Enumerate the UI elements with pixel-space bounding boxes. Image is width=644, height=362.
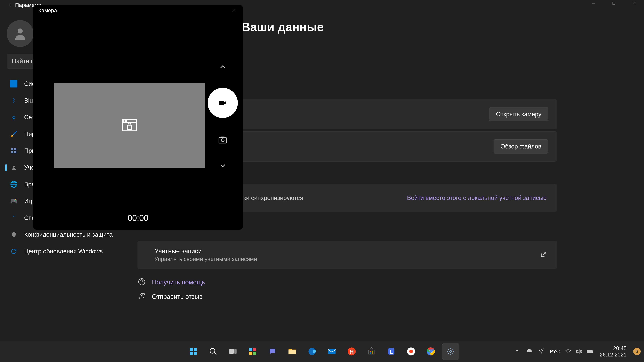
taskbar-apps: Я L (185, 343, 459, 360)
svg-rect-7 (11, 151, 13, 153)
sidebar-item-label: Центр обновления Windows (24, 248, 103, 255)
camera-preview (54, 83, 205, 168)
avatar[interactable] (7, 20, 34, 47)
svg-point-23 (221, 139, 224, 142)
photo-mode-button[interactable] (218, 135, 228, 145)
browse-files-button[interactable]: Обзор файлов (494, 139, 548, 153)
open-camera-button[interactable]: Открыть камеру (489, 107, 548, 121)
lock-screen-icon (121, 117, 138, 134)
minimize-button[interactable] (584, 0, 604, 7)
lingualeo-button[interactable]: L (383, 343, 400, 360)
yandex-browser-button[interactable] (403, 343, 420, 360)
task-view-button[interactable] (224, 343, 241, 360)
globe-icon: 🌐 (10, 181, 18, 188)
close-button[interactable] (624, 0, 644, 7)
svg-rect-8 (14, 151, 16, 153)
svg-rect-40 (370, 351, 371, 352)
svg-rect-31 (234, 349, 237, 354)
system-icon (10, 80, 18, 87)
page-title: Ваши данные (242, 20, 557, 34)
local-login-link[interactable]: Войти вместо этого с локальной учетной з… (407, 194, 546, 201)
svg-rect-24 (190, 348, 193, 351)
shield-icon (10, 231, 18, 238)
language-indicator[interactable]: РУС (550, 349, 560, 354)
clock[interactable]: 20:45 26.12.2021 (600, 345, 626, 358)
svg-point-9 (13, 166, 15, 168)
gamepad-icon: 🎮 (10, 197, 18, 205)
svg-text:L: L (390, 349, 393, 355)
bluetooth-icon: ᛒ (10, 97, 18, 104)
chevron-up-icon[interactable] (218, 63, 227, 71)
feedback-icon (138, 292, 147, 301)
feedback-link-text: Отправить отзыв (152, 293, 202, 300)
back-button[interactable] (7, 2, 14, 8)
notification-badge[interactable]: 3 (633, 348, 641, 355)
camera-side-controls (208, 63, 238, 170)
accounts-title: Учетные записи (154, 248, 257, 255)
svg-point-10 (13, 216, 14, 217)
location-icon[interactable] (538, 348, 545, 355)
svg-rect-34 (249, 352, 252, 355)
help-link-text: Получить помощь (152, 279, 205, 286)
svg-point-28 (210, 348, 215, 353)
help-link[interactable]: Получить помощь (138, 278, 557, 287)
svg-rect-41 (372, 351, 373, 352)
update-icon (10, 248, 18, 255)
svg-rect-27 (194, 352, 197, 355)
window-controls (584, 0, 644, 7)
camera-title: Камера (38, 7, 57, 13)
maximize-button[interactable] (604, 0, 624, 7)
svg-point-18 (125, 121, 126, 121)
accounts-icon (10, 164, 18, 171)
record-button[interactable] (208, 88, 238, 118)
chevron-down-icon[interactable] (218, 162, 227, 170)
start-button[interactable] (185, 343, 202, 360)
help-icon (138, 278, 147, 287)
edge-button[interactable] (304, 343, 320, 360)
svg-rect-30 (229, 349, 234, 354)
brush-icon: 🖌️ (10, 130, 18, 138)
mail-button[interactable] (324, 343, 340, 360)
volume-icon (576, 348, 582, 355)
svg-rect-43 (372, 353, 373, 354)
card-accounts[interactable]: Учетные записи Управлять своими учетными… (138, 241, 557, 269)
accounts-subtitle: Управлять своими учетными записями (154, 256, 257, 262)
svg-rect-35 (253, 352, 256, 355)
widgets-button[interactable] (244, 343, 261, 360)
svg-point-12 (141, 293, 143, 296)
svg-line-29 (214, 353, 216, 355)
svg-rect-33 (253, 348, 256, 351)
svg-point-51 (450, 351, 452, 353)
camera-body: 00:00 (33, 16, 243, 230)
feedback-link[interactable]: Отправить отзыв (138, 292, 557, 301)
wifi-icon (10, 114, 18, 121)
settings-button[interactable] (442, 343, 459, 360)
chrome-button[interactable] (422, 343, 439, 360)
svg-rect-26 (190, 352, 193, 355)
video-icon (217, 99, 228, 107)
clock-date: 26.12.2021 (600, 352, 626, 358)
person-icon (12, 26, 28, 41)
camera-titlebar: Камера (33, 5, 243, 16)
explorer-button[interactable] (284, 343, 301, 360)
camera-window: Камера 00:00 (33, 5, 243, 230)
sidebar-item-label: Конфиденциальность и защита (24, 231, 113, 238)
chat-button[interactable] (264, 343, 281, 360)
tray-chevron-icon[interactable] (514, 348, 521, 355)
svg-rect-53 (587, 351, 592, 353)
store-button[interactable] (363, 343, 380, 360)
search-button[interactable] (205, 343, 222, 360)
svg-point-4 (18, 28, 23, 33)
svg-rect-25 (194, 348, 197, 351)
external-link-icon (540, 251, 548, 259)
svg-point-50 (430, 350, 432, 353)
onedrive-icon[interactable] (526, 348, 533, 355)
apps-icon (10, 147, 18, 155)
svg-rect-37 (328, 349, 336, 354)
sidebar-item-update[interactable]: Центр обновления Windows (7, 243, 121, 260)
yandex-button[interactable]: Я (343, 343, 360, 360)
svg-rect-1 (613, 2, 615, 4)
camera-close-button[interactable] (230, 6, 238, 14)
wifi-tray-icon (565, 348, 572, 355)
quick-settings[interactable] (565, 348, 593, 355)
